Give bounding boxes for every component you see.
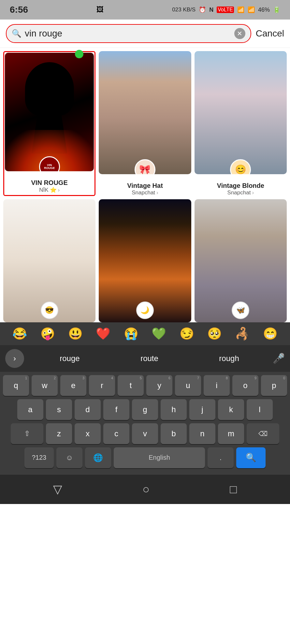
volte-icon: VoLTE <box>217 7 234 13</box>
key-x[interactable]: x <box>75 423 101 444</box>
sunglasses-badge-icon: 😎 <box>45 306 54 315</box>
alarm-icon: ⏰ <box>199 6 206 13</box>
key-s[interactable]: s <box>46 399 72 420</box>
emoji-laugh[interactable]: 😂 <box>12 327 27 341</box>
search-input[interactable] <box>25 28 231 39</box>
suggestion-rouge[interactable]: rouge <box>60 354 80 363</box>
keyboard-row-2: a s d f g h j k l <box>2 399 288 420</box>
key-shift[interactable]: ⇧ <box>11 423 43 444</box>
key-y[interactable]: y6 <box>146 375 172 396</box>
chevron-icon: › <box>58 187 60 193</box>
key-c[interactable]: c <box>103 423 129 444</box>
outdoor-badge: 🦋 <box>232 301 249 319</box>
key-r[interactable]: r4 <box>89 375 115 396</box>
keyboard-row-1: q1 w2 e3 r4 t5 y6 u7 i8 o9 p0 <box>2 375 288 396</box>
search-icon: 🔍 <box>12 29 22 38</box>
signal-icon: 📶 <box>248 6 255 13</box>
chevron-icon-blonde: › <box>252 189 254 196</box>
vin-rouge-badge-text: VINROUGE <box>44 164 55 170</box>
emoji-heart[interactable]: ❤️ <box>96 327 110 341</box>
nik-label: NĪK <box>39 187 48 193</box>
status-time: 6:56 <box>10 5 28 15</box>
second-card-sunglasses[interactable]: 😎 <box>3 199 95 322</box>
key-d[interactable]: d <box>75 399 101 420</box>
second-row-grid: 😎 🌙 🦋 <box>0 199 290 322</box>
key-w[interactable]: w2 <box>32 375 58 396</box>
nfc-icon: N <box>209 7 213 13</box>
search-clear-button[interactable]: ✕ <box>234 28 245 39</box>
microphone-icon[interactable]: 🎤 <box>273 353 285 364</box>
result-card-vintage-hat[interactable]: 🎀 Vintage Hat Snapchat › <box>99 51 191 196</box>
key-g[interactable]: g <box>132 399 158 420</box>
nav-home-button[interactable]: ○ <box>142 483 150 496</box>
key-i[interactable]: i8 <box>204 375 230 396</box>
suggestion-expand-button[interactable]: › <box>5 349 24 368</box>
suggestion-rough[interactable]: rough <box>219 354 239 363</box>
green-dot-indicator <box>75 50 83 58</box>
key-j[interactable]: j <box>189 399 215 420</box>
key-z[interactable]: z <box>46 423 72 444</box>
sunset-badge-icon: 🌙 <box>140 306 149 315</box>
suggestions-words: rouge route rough <box>29 354 269 363</box>
key-p[interactable]: p0 <box>261 375 287 396</box>
key-l[interactable]: l <box>247 399 273 420</box>
emoji-grin[interactable]: 😁 <box>263 327 278 341</box>
key-dot[interactable]: . <box>208 447 234 468</box>
key-globe[interactable]: 🌐 <box>85 447 111 468</box>
vintage-blonde-subtitle: Snapchat › <box>227 189 254 196</box>
result-image-vintage-hat: 🎀 <box>99 51 191 174</box>
key-n[interactable]: n <box>189 423 215 444</box>
vintage-hat-subtitle: Snapchat › <box>132 189 158 196</box>
key-a[interactable]: a <box>17 399 43 420</box>
key-q[interactable]: q1 <box>3 375 29 396</box>
results-grid: VINROUGE VIN ROUGE NĪK ⭐ › 🎀 Vintage Hat… <box>3 51 287 196</box>
vintage-blonde-background <box>195 51 287 174</box>
snapchat-label-hat: Snapchat <box>132 189 155 196</box>
snapchat-label-blonde: Snapchat <box>227 189 251 196</box>
vintage-blonde-badge-emoji: 😊 <box>235 164 246 174</box>
emoji-pleading[interactable]: 🥺 <box>207 327 222 341</box>
key-numeric[interactable]: ?123 <box>24 447 54 468</box>
sunset-badge: 🌙 <box>136 301 154 319</box>
emoji-scorpion[interactable]: 🦂 <box>235 327 250 341</box>
vintage-hat-background <box>99 51 191 174</box>
second-card-sunset[interactable]: 🌙 <box>99 199 191 322</box>
emoji-smile[interactable]: 😃 <box>68 327 83 341</box>
suggestions-row: › rouge route rough 🎤 <box>0 345 290 372</box>
gallery-icon: 🖼 <box>96 6 104 14</box>
vin-rouge-background <box>5 53 94 171</box>
key-k[interactable]: k <box>218 399 244 420</box>
key-emoji[interactable]: ☺ <box>56 447 82 468</box>
suggestion-route[interactable]: route <box>140 354 158 363</box>
result-image-vin-rouge: VINROUGE <box>5 53 94 171</box>
vin-rouge-subtitle: NĪK ⭐ › <box>39 187 60 193</box>
key-u[interactable]: u7 <box>175 375 201 396</box>
emoji-cry[interactable]: 😭 <box>124 327 138 341</box>
key-v[interactable]: v <box>132 423 158 444</box>
key-backspace[interactable]: ⌫ <box>247 423 279 444</box>
nav-back-button[interactable]: ▽ <box>53 483 62 496</box>
result-card-vintage-blonde[interactable]: 😊 Vintage Blonde Snapchat › <box>195 51 287 196</box>
emoji-smirk[interactable]: 😏 <box>180 327 194 341</box>
key-t[interactable]: t5 <box>118 375 144 396</box>
key-h[interactable]: h <box>161 399 187 420</box>
star-icon: ⭐ <box>50 187 57 193</box>
cancel-button[interactable]: Cancel <box>256 28 284 39</box>
vintage-blonde-title: Vintage Blonde <box>217 182 264 189</box>
result-card-vin-rouge[interactable]: VINROUGE VIN ROUGE NĪK ⭐ › <box>3 51 95 196</box>
keyboard-row-3: ⇧ z x c v b n m ⌫ <box>2 423 288 444</box>
nav-recent-button[interactable]: □ <box>230 483 237 496</box>
keyboard: q1 w2 e3 r4 t5 y6 u7 i8 o9 p0 a s d f g … <box>0 372 290 475</box>
emoji-tongue[interactable]: 🤪 <box>40 327 55 341</box>
key-search[interactable]: 🔍 <box>236 447 266 468</box>
emoji-green-heart[interactable]: 💚 <box>152 327 166 341</box>
second-card-outdoor[interactable]: 🦋 <box>195 199 287 322</box>
key-o[interactable]: o9 <box>232 375 258 396</box>
search-input-wrapper[interactable]: 🔍 ✕ <box>6 24 251 43</box>
key-e[interactable]: e3 <box>60 375 86 396</box>
key-b[interactable]: b <box>161 423 187 444</box>
key-space[interactable]: English <box>114 447 205 468</box>
network-speed: 023 KB/S <box>172 7 196 13</box>
key-f[interactable]: f <box>103 399 129 420</box>
key-m[interactable]: m <box>218 423 244 444</box>
